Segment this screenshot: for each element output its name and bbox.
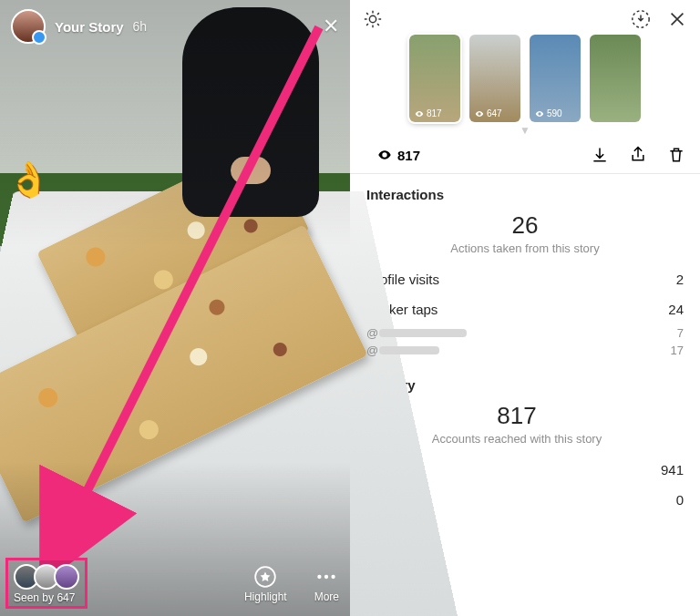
metric-row-profile-visits: Profile visits 2 — [366, 264, 684, 294]
story-thumbnail[interactable]: 647 — [469, 35, 520, 122]
viewer-avatar — [54, 564, 79, 590]
story-thumbnail[interactable]: 590 — [530, 35, 581, 122]
actions-subtext: Actions taken from this story — [366, 241, 684, 255]
views-count: 817 — [377, 148, 420, 163]
highlight-icon — [253, 565, 277, 589]
metric-row-sticker-taps: Sticker taps 24 — [366, 294, 684, 324]
settings-icon[interactable] — [363, 9, 383, 29]
interactions-section: Interactions 26 Actions taken from this … — [350, 174, 700, 364]
mention-row: @ 7 — [366, 324, 684, 342]
eye-icon — [377, 148, 392, 162]
thumbnail-pointer: ▼ — [350, 124, 700, 137]
story-header: Your Story 6h ✕ — [11, 9, 339, 44]
story-thumbnail[interactable] — [590, 35, 641, 122]
close-icon[interactable] — [667, 9, 687, 29]
mention-row: @ 17 — [366, 342, 684, 359]
user-avatar[interactable] — [11, 9, 46, 44]
story-gradient-overlay — [0, 0, 350, 616]
close-icon[interactable]: ✕ — [323, 15, 339, 38]
seen-by-label: Seen by 647 — [14, 591, 79, 604]
share-icon[interactable] — [629, 146, 647, 164]
download-icon[interactable] — [591, 146, 609, 164]
story-viewer: 👌 Your Story 6h ✕ Seen by 647 — [0, 0, 350, 616]
story-title: Your Story — [55, 19, 124, 35]
story-time: 6h — [133, 19, 148, 34]
svg-point-5 — [369, 15, 376, 22]
story-thumbnail-strip: 817 647 590 — [350, 31, 700, 128]
insights-top-bar — [350, 0, 700, 31]
more-icon — [314, 565, 338, 589]
actions-count: 26 — [366, 211, 684, 240]
svg-point-3 — [324, 575, 328, 579]
story-thumbnail[interactable]: 817 — [409, 35, 460, 122]
highlight-button[interactable]: Highlight — [244, 565, 287, 603]
story-bottom-actions: Highlight More — [244, 565, 339, 603]
section-title: Interactions — [366, 187, 684, 202]
save-archive-icon[interactable] — [631, 9, 651, 29]
more-button[interactable]: More — [314, 565, 339, 603]
svg-point-4 — [332, 575, 335, 579]
ok-hand-emoji: 👌 — [7, 159, 50, 200]
svg-point-2 — [318, 575, 322, 579]
seen-by-avatars — [14, 564, 79, 590]
seen-by-button[interactable]: Seen by 647 — [5, 558, 88, 609]
insights-toolbar: 817 — [350, 137, 700, 174]
trash-icon[interactable] — [667, 146, 685, 164]
